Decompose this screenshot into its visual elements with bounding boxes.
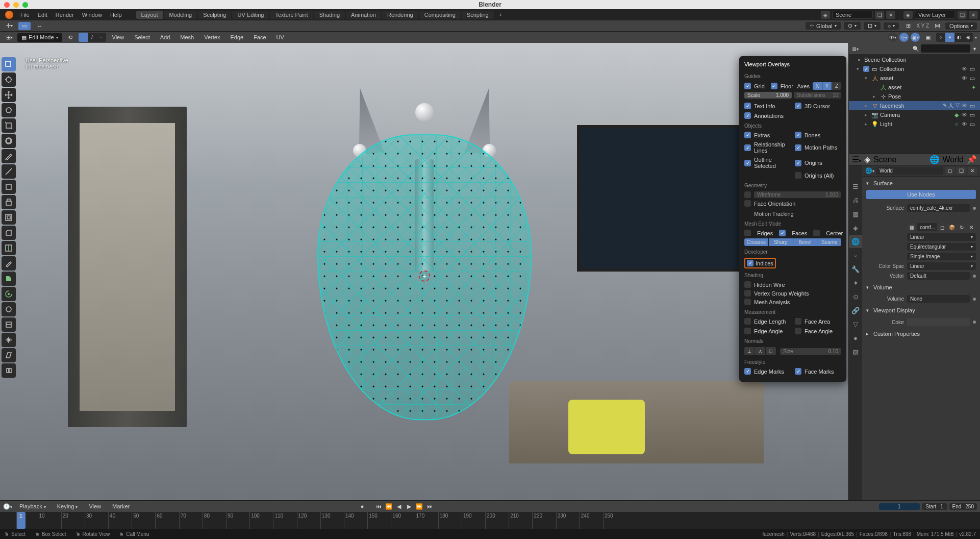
eye-icon[interactable]: 👁 <box>962 75 969 82</box>
tool-loopcut[interactable] <box>2 241 16 255</box>
edge-select-icon[interactable]: / <box>88 33 97 42</box>
viewport-3d[interactable]: User Perspective (1) facemesh <box>0 43 848 500</box>
world-copy-icon[interactable]: ❏ <box>957 167 966 175</box>
proj-field[interactable]: Equirectangular▾ <box>907 243 976 251</box>
snap-dropdown[interactable]: ⊡ ▾ <box>864 22 881 30</box>
eye-icon[interactable]: 👁 <box>962 112 969 118</box>
prop-tab-object[interactable]: ▫ <box>849 249 862 262</box>
use-nodes-button[interactable]: Use Nodes <box>866 190 976 199</box>
wireframe-checkbox[interactable] <box>744 191 751 198</box>
bones-checkbox[interactable]: ✓ <box>795 132 801 138</box>
outliner-search-icon[interactable] <box>913 45 919 52</box>
menu-help[interactable]: Help <box>106 12 126 18</box>
current-frame-field[interactable]: 1 <box>879 503 920 510</box>
tab-animation[interactable]: Animation <box>346 11 381 19</box>
normal-vertex-icon[interactable]: ⊥ <box>744 347 755 355</box>
tool-spin[interactable] <box>2 287 16 301</box>
tool-bevel[interactable] <box>2 226 16 240</box>
wireframe-shading-icon[interactable]: ○ <box>936 33 945 42</box>
face-marks-checkbox[interactable]: ✓ <box>795 368 801 375</box>
maximize-window-icon[interactable] <box>22 2 28 8</box>
face-select-icon[interactable]: ▫ <box>97 33 106 42</box>
scene-new-icon[interactable]: ❏ <box>875 11 884 19</box>
scene-del-icon[interactable]: ✕ <box>886 11 895 19</box>
tab-layout[interactable]: Layout <box>136 11 163 19</box>
sharp-button[interactable]: Sharp <box>769 238 793 246</box>
editor-type-icon[interactable]: ⊞▾ <box>3 33 15 41</box>
tab-shading[interactable]: Shading <box>314 11 345 19</box>
eye-icon[interactable]: 👁 <box>962 121 969 128</box>
menu-mesh[interactable]: Mesh <box>176 33 198 41</box>
world-browse-icon[interactable]: 🌐▾ <box>865 167 874 174</box>
color-field[interactable] <box>907 318 970 326</box>
normal-split-icon[interactable]: ⋏ <box>755 347 765 355</box>
scene-name-field[interactable]: Scene <box>832 11 873 19</box>
outliner-type-icon[interactable]: ≣▾ <box>852 45 859 52</box>
tab-rendering[interactable]: Rendering <box>382 11 418 19</box>
play-rev-icon[interactable]: ◀ <box>394 502 404 510</box>
tool-transform[interactable] <box>2 134 16 148</box>
vgw-checkbox[interactable] <box>744 290 751 297</box>
select-tool-icon[interactable]: ▭ <box>18 22 31 30</box>
auto-merge-icon[interactable]: ⋈ <box>931 22 943 30</box>
tl-marker[interactable]: Marker <box>108 502 134 510</box>
tool-add-cube[interactable] <box>2 180 16 194</box>
tab-uv-editing[interactable]: UV Editing <box>232 11 269 19</box>
prop-tab-material[interactable]: ● <box>849 331 862 345</box>
tab-compositing[interactable]: Compositing <box>419 11 461 19</box>
edge-len-checkbox[interactable] <box>744 318 751 325</box>
jump-start-icon[interactable]: ⏮ <box>374 502 383 510</box>
edges-checkbox[interactable] <box>744 230 751 236</box>
blender-logo-icon[interactable] <box>5 11 13 19</box>
origins-all-checkbox[interactable] <box>795 172 801 179</box>
tree-asset-inner[interactable]: 人asset ✦ <box>849 83 980 92</box>
prop-tab-modifier[interactable]: 🔧 <box>849 262 862 276</box>
panel-viewport-display-header[interactable]: ▾Viewport Display <box>862 306 980 315</box>
visibility-toggle-icon[interactable]: 👁▾ <box>888 33 897 42</box>
creases-button[interactable]: Creases <box>744 238 768 246</box>
origins-checkbox[interactable]: ✓ <box>795 160 801 166</box>
jump-next-key-icon[interactable]: ⏩ <box>415 502 424 510</box>
keyframe-dot-icon[interactable] <box>973 207 976 210</box>
menu-view[interactable]: View <box>108 33 129 41</box>
autokey-icon[interactable]: ● <box>358 502 367 510</box>
axis-x-button[interactable]: X <box>813 82 822 90</box>
pivot-dropdown[interactable]: ⊙ ▾ <box>844 22 861 30</box>
cursor-pie-icon[interactable]: ✢▾ <box>3 22 15 30</box>
keyframe-dot-icon[interactable] <box>973 275 976 278</box>
timeline-type-icon[interactable]: 🕐▾ <box>3 503 12 510</box>
tool-cursor[interactable] <box>2 72 16 87</box>
motion-paths-checkbox[interactable]: ✓ <box>795 144 801 151</box>
vertex-select-icon[interactable]: ⋅ <box>79 33 88 42</box>
colorspace-field[interactable]: Linear▾ <box>907 262 976 270</box>
panel-volume-header[interactable]: ▾Volume <box>862 283 980 292</box>
menu-edge[interactable]: Edge <box>226 33 247 41</box>
text-info-checkbox[interactable]: ✓ <box>744 103 751 109</box>
floor-checkbox[interactable]: ✓ <box>771 83 777 89</box>
start-frame-field[interactable]: Start 1 <box>922 503 947 510</box>
normal-face-icon[interactable]: □ <box>766 347 776 355</box>
subdiv-field[interactable]: Subdivisions10 <box>794 92 841 99</box>
mesh-display-icon[interactable]: ⊞ <box>902 22 914 30</box>
timeline-ruler[interactable]: 1 11020304050607080901001101201301401501… <box>0 512 980 529</box>
add-workspace-button[interactable]: + <box>495 11 506 19</box>
gizmo-toggle-icon[interactable]: ⊹▾ <box>899 33 909 42</box>
prop-tab-texture[interactable]: ▨ <box>849 345 862 358</box>
tool-rotate[interactable] <box>2 103 16 117</box>
tab-modeling[interactable]: Modeling <box>164 11 197 19</box>
tex-del-icon[interactable]: ✕ <box>967 223 976 231</box>
end-frame-field[interactable]: End 250 <box>949 503 977 510</box>
tab-scripting[interactable]: Scripting <box>462 11 494 19</box>
menu-render[interactable]: Render <box>52 12 78 18</box>
tree-light[interactable]: ▸💡Light ○ 👁▭ <box>849 119 980 129</box>
collection-enable-checkbox[interactable]: ✓ <box>863 66 869 72</box>
play-icon[interactable]: ▶ <box>405 502 414 510</box>
prop-tab-constraint[interactable]: 🔗 <box>849 304 862 317</box>
tex-pack-icon[interactable]: 📦 <box>947 223 957 231</box>
tool-polybuild[interactable] <box>2 272 16 286</box>
tree-collection[interactable]: ▾✓▭Collection 👁▭ <box>849 64 980 74</box>
menu-edit[interactable]: Edit <box>34 12 52 18</box>
tex-name-field[interactable]: comf... <box>917 223 937 231</box>
matprev-shading-icon[interactable]: ◐ <box>954 33 964 42</box>
annotations-checkbox[interactable]: ✓ <box>744 112 751 119</box>
